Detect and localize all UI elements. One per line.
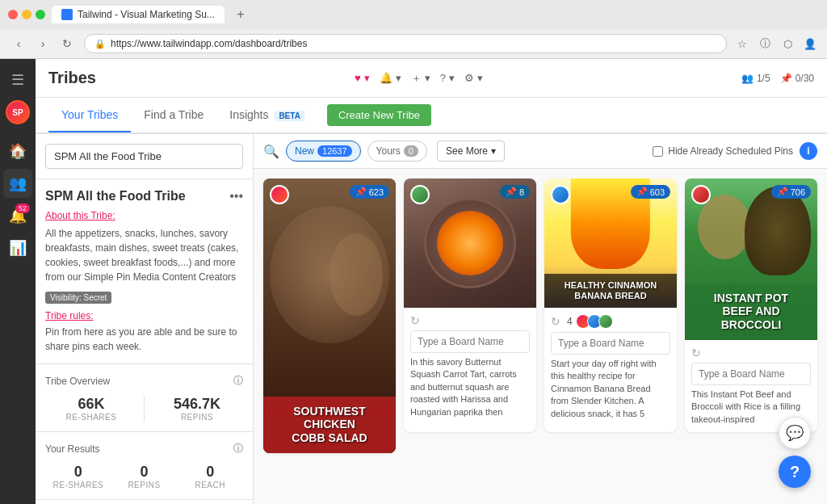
app-header: Tribes ♥ ▾ 🔔 ▾ ＋ ▾ ? — [36, 59, 827, 98]
user-profile-icon[interactable]: 👤 — [801, 35, 819, 52]
tribes-stat: 👥 1/5 — [741, 73, 770, 84]
create-tribe-btn[interactable]: Create New Tribe — [327, 104, 431, 126]
pin-likes-3: 4 — [567, 316, 573, 327]
close-window-btn[interactable] — [8, 10, 18, 19]
reshares-stat: 66K RE-SHARES — [45, 396, 137, 422]
results-title: Your Results — [45, 443, 100, 455]
content-area: SPM All the Food Tribe SPM All the Food … — [36, 134, 827, 504]
pin-actions-3: ↻ 4 — [551, 314, 670, 329]
chat-icon: 💬 — [786, 424, 804, 442]
settings-btn[interactable]: ⚙ ▾ — [464, 72, 483, 84]
menu-icon: ☰ — [11, 71, 24, 89]
sidebar-item-notifications[interactable]: 🔔 52 — [3, 201, 32, 230]
reader-view-icon[interactable]: ⓘ — [756, 35, 774, 52]
help-icon: ? — [790, 463, 800, 481]
plus-icon: ＋ — [411, 71, 422, 86]
pin-card-1: SouthwestChickenCobb Salad 📌 623 — [263, 178, 396, 453]
url-text: https://www.tailwindapp.com/dashboard/tr… — [111, 38, 307, 49]
header-actions: ♥ ▾ 🔔 ▾ ＋ ▾ ? ▾ — [355, 71, 483, 86]
filter-yours-btn[interactable]: Yours 0 — [367, 141, 427, 162]
back-btn[interactable]: ‹ — [8, 33, 29, 54]
browser-tab[interactable]: Tailwind - Visual Marketing Su... — [52, 6, 225, 23]
your-reach-value: 0 — [177, 464, 243, 481]
pin-refresh-icon-4[interactable]: ↻ — [691, 346, 701, 359]
overview-title: Tribe Overview — [45, 376, 110, 387]
pin-user-avatar-1 — [270, 185, 289, 204]
pins-stat-icon: 📌 — [780, 73, 792, 84]
hide-scheduled-checkbox[interactable] — [653, 146, 663, 157]
maximize-window-btn[interactable] — [36, 10, 45, 19]
repins-label: REPINS — [151, 413, 243, 422]
left-sidebar: ☰ SP 🏠 👥 🔔 52 📊 — [0, 59, 36, 504]
your-reshares-stat: 0 RE-SHARES — [45, 464, 111, 489]
notifications-btn[interactable]: 🔔 ▾ — [380, 72, 401, 84]
pin-card-4: Instant PotBEEF ANDBROCCOLI 📌 706 ↻ — [685, 178, 817, 432]
insights-label: Insights — [229, 108, 268, 121]
pin-beef-visual — [745, 187, 811, 275]
board-name-input-2[interactable] — [410, 330, 530, 353]
filter-new-label: New — [295, 145, 314, 157]
see-more-btn[interactable]: See More ▾ — [437, 141, 505, 162]
browser-action-buttons: ☆ ⓘ ⬡ 👤 — [733, 35, 819, 52]
help-btn-header[interactable]: ? ▾ — [440, 72, 455, 84]
board-name-input-4[interactable] — [691, 363, 811, 385]
help-float-btn[interactable]: ? — [779, 456, 811, 488]
gear-dropdown-icon: ▾ — [477, 72, 483, 84]
pin-count-value-4: 706 — [791, 187, 805, 197]
sidebar-item-home[interactable]: 🏠 — [3, 136, 32, 166]
reload-btn[interactable]: ↻ — [57, 33, 78, 54]
browser-chrome: Tailwind - Visual Marketing Su... + ‹ › … — [0, 0, 827, 59]
overview-info-icon[interactable]: ⓘ — [233, 374, 243, 388]
pin-user-avatar-3 — [551, 185, 570, 204]
add-content-btn[interactable]: ＋ ▾ — [411, 71, 430, 86]
minimize-window-btn[interactable] — [22, 10, 31, 19]
new-tab-btn[interactable]: + — [231, 5, 250, 24]
pin-liker-avatar-3 — [598, 314, 613, 329]
tribe-info: SPM All the Food Tribe ••• About this Tr… — [36, 179, 253, 364]
notification-badge: 52 — [15, 204, 30, 213]
tab-find-tribe[interactable]: Find a Tribe — [131, 99, 216, 132]
pin-card-3: HEALTHY CINNAMONBANANA BREAD 📌 603 — [544, 178, 677, 432]
sidebar-item-menu[interactable]: ☰ — [3, 65, 32, 94]
sidebar-item-tribes[interactable]: 👥 — [3, 169, 32, 198]
favorites-btn[interactable]: ♥ ▾ — [355, 72, 370, 84]
sidebar-item-analytics[interactable]: 📊 — [3, 233, 32, 262]
see-more-label: See More — [446, 145, 488, 157]
results-info-icon[interactable]: ⓘ — [233, 442, 243, 456]
tab-title: Tailwind - Visual Marketing Su... — [78, 9, 215, 20]
filter-new-btn[interactable]: New 12637 — [286, 141, 361, 162]
filter-new-count: 12637 — [317, 145, 352, 157]
hide-scheduled-toggle[interactable]: Hide Already Scheduled Pins — [653, 145, 793, 157]
tribe-members: Tribe Members (63) + Invite New Member P… — [36, 500, 253, 504]
pocket-icon[interactable]: ⬡ — [779, 35, 796, 52]
tribe-overview: Tribe Overview ⓘ 66K RE-SHARES 546.7K RE… — [36, 364, 253, 432]
tribe-rules-link[interactable]: Tribe rules: — [45, 310, 243, 321]
pin-refresh-icon-3[interactable]: ↻ — [551, 315, 560, 328]
pins-grid: SouthwestChickenCobb Salad 📌 623 — [254, 169, 827, 504]
header-right-stats: 👥 1/5 📌 0/30 — [741, 73, 814, 84]
tribe-select-dropdown[interactable]: SPM All the Food Tribe — [45, 144, 243, 169]
repins-stat: 546.7K REPINS — [151, 396, 243, 422]
pin-overlay-4: Instant PotBEEF ANDBROCCOLI — [685, 284, 817, 340]
pin-refresh-icon-2[interactable]: ↻ — [410, 314, 420, 327]
plus-dropdown-icon: ▾ — [425, 72, 430, 84]
tab-your-tribes[interactable]: Your Tribes — [48, 99, 131, 132]
tribe-menu-btn[interactable]: ••• — [229, 189, 243, 204]
pin-count-value-2: 8 — [519, 187, 524, 197]
tab-insights[interactable]: Insights BETA — [216, 99, 317, 132]
browser-nav-buttons: ‹ › ↻ — [8, 33, 78, 54]
forward-btn[interactable]: › — [32, 33, 53, 54]
feed-search-icon[interactable]: 🔍 — [263, 144, 279, 159]
feed-info-btn[interactable]: i — [800, 142, 817, 160]
pin-overlay-1: SouthwestChickenCobb Salad — [263, 397, 396, 453]
bookmark-icon[interactable]: ☆ — [733, 35, 751, 52]
chat-float-btn[interactable]: 💬 — [779, 417, 811, 449]
url-bar[interactable]: 🔒 https://www.tailwindapp.com/dashboard/… — [84, 34, 727, 53]
board-name-input-3[interactable] — [551, 332, 670, 355]
your-reshares-value: 0 — [45, 464, 111, 481]
about-tribe-link[interactable]: About this Tribe: — [45, 210, 243, 221]
tribe-rules-text: Pin from here as you are able and be sur… — [45, 325, 243, 354]
main-content: Tribes ♥ ▾ 🔔 ▾ ＋ ▾ ? — [36, 59, 827, 504]
sidebar-avatar-container[interactable]: SP — [3, 98, 32, 127]
filter-yours-label: Yours — [376, 145, 401, 157]
